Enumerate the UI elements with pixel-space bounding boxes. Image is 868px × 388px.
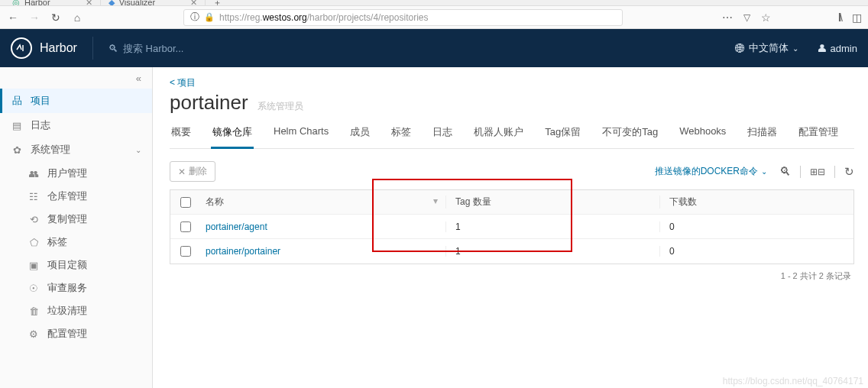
home-button[interactable]: ⌂ (70, 11, 84, 24)
browser-tab[interactable]: ◎Harbor✕ (5, 0, 101, 5)
tab-members[interactable]: 成员 (348, 121, 371, 148)
star-icon[interactable]: ☆ (761, 11, 771, 24)
repo-link[interactable]: portainer/agent (201, 221, 445, 232)
column-downloads[interactable]: 下载数 (659, 196, 853, 209)
sidebar-item-quotas[interactable]: ▣项目定额 (0, 254, 152, 276)
tab-robot[interactable]: 机器人账户 (472, 121, 525, 148)
sidebar-item-labels[interactable]: ⬠标签 (0, 231, 152, 254)
tab-logs[interactable]: 日志 (431, 121, 454, 148)
url-text: https://reg.westos.org/harbor/projects/4… (219, 12, 428, 23)
sidebar-item-label: 日志 (31, 118, 50, 132)
new-tab-button[interactable]: ＋ (206, 0, 229, 5)
toolbar: ✕删除 推送镜像的DOCKER命令 ⌄ 🔍︎ ⊞⊟ ↻ (170, 161, 854, 182)
quota-icon: ▣ (28, 260, 40, 271)
table-footer: 1 - 2 共计 2 条记录 (170, 264, 854, 282)
chevron-down-icon: ⌄ (135, 146, 141, 154)
admin-icon: ✿ (11, 144, 23, 156)
tab-helm[interactable]: Helm Charts (272, 121, 330, 148)
table-header: 名称▾ Tag 数量 下载数 (170, 190, 853, 215)
sidebar-item-registries[interactable]: ☷仓库管理 (0, 185, 152, 208)
divider (834, 166, 835, 178)
sidebar: « 品 项目 ▤ 日志 ✿ 系统管理 ⌄ 👥︎用户管理 ☷仓库管理 ⟲复制管理 … (0, 67, 153, 388)
tag-count: 1 (445, 221, 659, 232)
app-header: Harbor 🔍︎ 🌐︎ 中文简体 ⌄ 👤︎ admin (0, 29, 868, 67)
collapse-sidebar-button[interactable]: « (0, 67, 152, 89)
sidebar-toggle-icon[interactable]: ◫ (852, 11, 862, 24)
language-label: 中文简体 (749, 41, 789, 55)
tab-immutable[interactable]: 不可变的Tag (601, 121, 659, 148)
user-icon: 👤︎ (817, 43, 827, 54)
breadcrumb-back[interactable]: < 项目 (170, 76, 854, 89)
browser-tab[interactable]: ◆Visualizer✕ (101, 0, 206, 5)
tab-config[interactable]: 配置管理 (797, 121, 840, 148)
sidebar-item-users[interactable]: 👥︎用户管理 (0, 162, 152, 185)
search-icon[interactable]: 🔍︎ (779, 165, 791, 178)
username-label: admin (831, 43, 857, 54)
browser-tab-strip: ◎Harbor✕ ◆Visualizer✕ ＋ (0, 0, 868, 6)
download-count: 0 (659, 246, 853, 257)
sidebar-item-logs[interactable]: ▤ 日志 (0, 113, 152, 137)
info-icon: ⓘ (190, 11, 199, 24)
tab-scanner[interactable]: 扫描器 (746, 121, 779, 148)
download-count: 0 (659, 221, 853, 232)
refresh-icon[interactable]: ↻ (844, 165, 854, 179)
sidebar-item-interrogation[interactable]: ☉审查服务 (0, 276, 152, 299)
view-cards-icon[interactable]: ⊞⊟ (810, 167, 825, 177)
app-logo[interactable]: Harbor (11, 37, 77, 59)
label-icon: ⬠ (28, 237, 40, 248)
column-tags[interactable]: Tag 数量 (445, 196, 659, 209)
sidebar-item-config[interactable]: ⚙︎配置管理 (0, 322, 152, 345)
sidebar-item-label: 标签 (47, 235, 67, 249)
tab-retention[interactable]: Tag保留 (543, 121, 582, 148)
replication-icon: ⟲ (28, 214, 40, 225)
language-selector[interactable]: 🌐︎ 中文简体 ⌄ (735, 41, 798, 55)
tab-webhooks[interactable]: Webhooks (678, 121, 727, 148)
logs-icon: ▤ (11, 120, 23, 131)
sidebar-item-label: 仓库管理 (47, 189, 87, 203)
users-icon: 👥︎ (28, 168, 40, 179)
push-command-dropdown[interactable]: 推送镜像的DOCKER命令 ⌄ (655, 165, 767, 178)
trash-icon: 🗑︎ (28, 306, 40, 317)
select-all-checkbox[interactable] (180, 197, 191, 208)
row-checkbox[interactable] (180, 246, 191, 257)
sidebar-item-label: 审查服务 (47, 281, 87, 295)
sidebar-item-projects[interactable]: 品 项目 (0, 89, 152, 113)
chevron-down-icon: ⌄ (792, 44, 798, 53)
sidebar-item-label: 垃圾清理 (47, 304, 87, 318)
tab-summary[interactable]: 概要 (170, 121, 193, 148)
global-search[interactable]: 🔍︎ (108, 43, 276, 54)
sidebar-item-label: 配置管理 (47, 327, 87, 341)
library-icon[interactable]: ll\ (838, 11, 841, 24)
lock-icon: 🔒 (204, 12, 215, 22)
save-icon[interactable]: ▽ (743, 12, 750, 23)
tab-repositories[interactable]: 镜像仓库 (211, 121, 254, 149)
role-label: 系统管理员 (257, 100, 303, 113)
sidebar-item-replication[interactable]: ⟲复制管理 (0, 208, 152, 231)
user-menu[interactable]: 👤︎ admin (817, 43, 857, 54)
search-input[interactable] (123, 43, 276, 54)
reload-button[interactable]: ↻ (49, 11, 63, 24)
table-row: portainer/portainer 1 0 (170, 239, 853, 264)
main-content: < 项目 portainer 系统管理员 概要 镜像仓库 Helm Charts… (153, 67, 868, 388)
sidebar-item-label: 项目定额 (47, 258, 87, 272)
sidebar-item-gc[interactable]: 🗑︎垃圾清理 (0, 299, 152, 322)
sidebar-item-label: 用户管理 (47, 167, 87, 180)
row-checkbox[interactable] (180, 221, 191, 232)
filter-icon[interactable]: ▾ (433, 196, 438, 206)
delete-button[interactable]: ✕删除 (170, 161, 215, 182)
forward-button[interactable]: → (28, 11, 41, 24)
address-bar[interactable]: ⓘ 🔒 https://reg.westos.org/harbor/projec… (183, 9, 623, 26)
column-name[interactable]: 名称▾ (201, 196, 445, 209)
globe-icon: 🌐︎ (735, 43, 745, 54)
repo-link[interactable]: portainer/portainer (201, 246, 445, 257)
search-icon: 🔍︎ (108, 43, 118, 54)
projects-icon: 品 (11, 94, 23, 108)
back-button[interactable]: ← (6, 11, 20, 24)
tag-count: 1 (445, 246, 659, 257)
sidebar-item-administration[interactable]: ✿ 系统管理 ⌄ (0, 137, 152, 162)
more-icon[interactable]: ⋯ (722, 11, 733, 24)
table-row: portainer/agent 1 0 (170, 215, 853, 239)
close-icon: ✕ (178, 167, 186, 177)
shield-icon: ☉ (28, 283, 40, 294)
tab-labels[interactable]: 标签 (390, 121, 413, 148)
